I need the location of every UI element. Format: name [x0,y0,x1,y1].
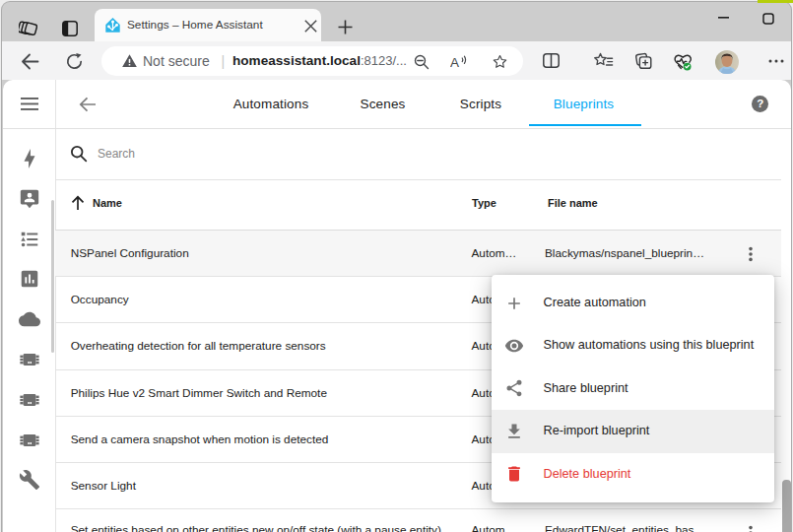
svg-text:A: A [450,55,459,70]
